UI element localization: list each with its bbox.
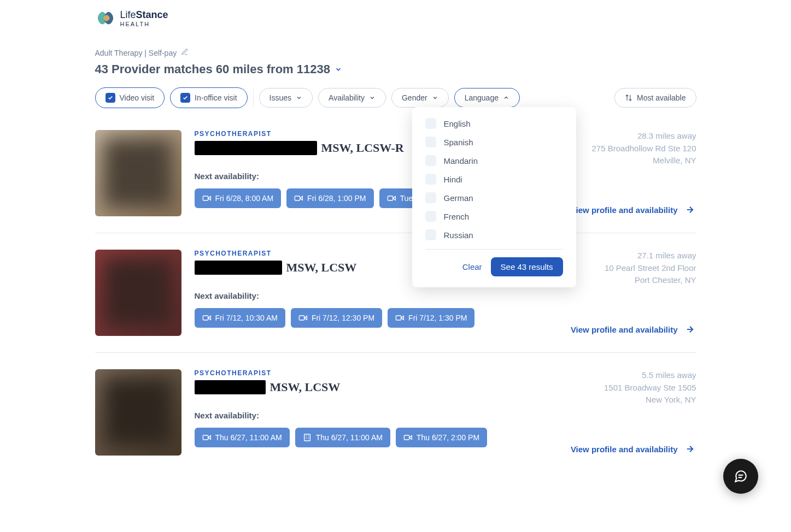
checkbox-icon [425,229,436,240]
time-slot-button[interactable]: Fri 6/28, 1:00 PM [286,188,373,208]
time-slot-button[interactable]: Fri 7/12, 1:30 PM [388,308,474,328]
language-filter[interactable]: Language [454,88,520,108]
checkbox-icon [425,118,436,129]
provider-name[interactable]: MSW, LCSW [195,380,341,394]
language-option-english[interactable]: English [425,118,563,129]
sort-pill[interactable]: Most available [614,88,696,108]
svg-rect-2 [295,196,300,200]
checkbox-icon [425,211,436,222]
provider-address-line: 10 Pearl Street 2nd Floor [576,262,696,275]
chat-icon [734,469,748,472]
provider-address-line: Melville, NY [576,155,696,167]
svg-rect-16 [304,434,310,441]
check-icon [106,93,115,103]
gender-filter[interactable]: Gender [391,88,449,108]
video-icon [298,314,307,322]
provider-card: PSYCHOTHERAPIST MSW, LCSW-R Next availab… [95,130,696,233]
svg-marker-5 [392,197,395,200]
svg-marker-10 [304,316,307,320]
provider-name[interactable]: MSW, LCSW [195,261,357,275]
time-slot-button[interactable]: Thu 6/27, 11:00 AM [195,428,290,447]
svg-marker-15 [208,436,210,440]
chevron-down-icon [432,94,438,101]
language-option-hindi[interactable]: Hindi [425,174,563,185]
view-profile-link[interactable]: View profile and availability [571,442,696,456]
video-icon [202,194,211,203]
view-profile-link[interactable]: View profile and availability [571,323,696,336]
redacted-name [195,141,317,155]
svg-rect-9 [299,316,304,320]
view-profile-link[interactable]: View profile and availability [571,203,696,216]
arrow-right-icon [683,323,696,336]
chevron-down-icon[interactable] [335,62,342,76]
video-icon [395,314,404,322]
results-heading: 43 Provider matches 60 miles from 11238 [95,62,696,76]
provider-address-line: 1501 Broadway Ste 1505 [576,382,696,394]
brand-name: LifeStance HEALTH [120,10,168,27]
provider-photo[interactable] [95,130,181,216]
provider-distance: 5.5 miles away [576,369,696,382]
video-icon [387,194,396,203]
chevron-down-icon [369,94,376,101]
video-icon [294,194,303,203]
checkbox-icon [425,137,436,147]
svg-rect-4 [388,196,392,200]
provider-address-line: New York, NY [576,394,696,406]
redacted-name [195,261,282,275]
svg-marker-8 [208,316,210,320]
video-icon [202,433,211,442]
time-slot-button[interactable]: Fri 7/12, 10:30 AM [195,308,285,328]
provider-name[interactable]: MSW, LCSW-R [195,141,404,155]
provider-photo[interactable] [95,369,181,456]
video-icon [403,433,412,442]
issues-filter[interactable]: Issues [259,88,313,108]
provider-role: PSYCHOTHERAPIST [195,369,558,377]
brand-logo[interactable]: LifeStance HEALTH [95,9,168,28]
provider-card: PSYCHOTHERAPIST MSW, LCSW Next availabil… [95,369,696,472]
checkbox-icon [425,174,436,185]
checkbox-icon [425,155,436,166]
building-icon [303,433,312,442]
breadcrumb: Adult Therapy | Self-pay [95,49,177,57]
time-slot-button[interactable]: Thu 6/27, 11:00 AM [295,428,390,447]
logo-mark-icon [95,9,116,28]
availability-label: Next availability: [195,411,558,420]
availability-label: Next availability: [195,291,558,300]
language-option-german[interactable]: German [425,192,563,203]
provider-address-line: 275 Broadhollow Rd Ste 120 [576,143,696,155]
svg-marker-12 [401,316,404,320]
svg-rect-11 [396,316,401,320]
time-slot-button[interactable]: Thu 6/27, 2:00 PM [396,428,487,447]
dropdown-divider [425,249,563,250]
svg-rect-7 [203,316,208,320]
provider-distance: 27.1 miles away [576,250,696,262]
provider-card: PSYCHOTHERAPIST MSW, LCSW Next availabil… [95,250,696,353]
language-option-french[interactable]: French [425,211,563,222]
availability-filter[interactable]: Availability [318,88,386,108]
time-slot-button[interactable]: Fri 7/12, 12:30 PM [291,308,382,328]
language-option-mandarin[interactable]: Mandarin [425,155,563,166]
in-office-visit-chip[interactable]: In-office visit [170,87,248,108]
sort-icon [625,94,632,102]
clear-button[interactable]: Clear [462,262,482,271]
arrow-right-icon [683,442,696,456]
provider-photo[interactable] [95,250,181,336]
provider-address-line: Port Chester, NY [576,274,696,287]
svg-marker-3 [300,197,303,200]
language-option-russian[interactable]: Russian [425,229,563,240]
language-option-spanish[interactable]: Spanish [425,137,563,147]
video-icon [202,314,211,322]
chat-fab-button[interactable] [723,459,758,472]
arrow-right-icon [683,203,696,216]
redacted-name [195,380,266,394]
provider-distance: 28.3 miles away [576,130,696,143]
see-results-button[interactable]: See 43 results [491,257,563,276]
svg-marker-1 [208,197,210,200]
checkbox-icon [425,192,436,203]
time-slot-button[interactable]: Fri 6/28, 8:00 AM [195,188,282,208]
video-visit-chip[interactable]: Video visit [95,87,165,108]
chevron-down-icon [296,94,302,101]
edit-icon[interactable] [181,48,189,58]
svg-marker-24 [409,436,412,440]
check-icon [180,93,190,103]
